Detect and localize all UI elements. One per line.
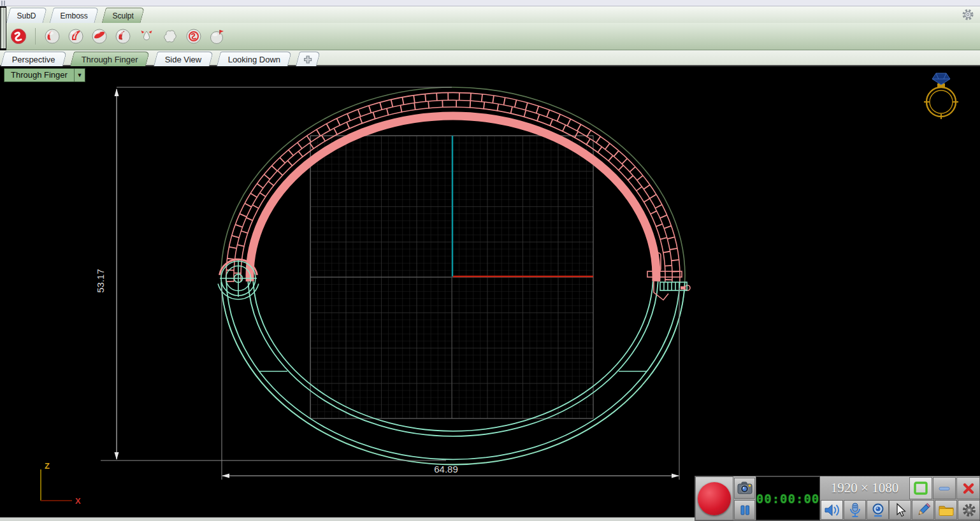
window-top-bar [0,0,980,6]
ring-orientation-icon [924,73,958,119]
screen-recorder-panel: 00:00:00 1920 × 1080 [695,476,980,521]
cursor-button[interactable] [889,500,911,520]
toolbar-separator [35,28,36,45]
pencil-icon [916,503,931,518]
view-title: Through Finger [4,69,74,82]
sculpt-inflate-icon[interactable] [115,28,131,45]
close-icon [962,482,975,495]
app-window: SubD Emboss Sculpt [0,0,980,521]
microphone-icon [848,503,862,518]
settings-button[interactable] [958,500,980,520]
close-button[interactable] [956,477,980,499]
minimize-icon [938,485,951,492]
plus-icon [303,52,312,67]
record-area-icon [913,482,928,496]
minimize-button[interactable] [933,477,956,499]
webcam-icon [870,503,886,518]
sculpt-main-icon[interactable] [10,28,27,45]
viewport-tab-looking-down[interactable]: Looking Down [217,52,292,66]
ribbon-grip[interactable] [1,8,6,48]
chevron-down-icon[interactable]: ▼ [74,69,85,82]
pause-icon [739,504,751,516]
sculpt-smooth-icon[interactable] [91,28,108,45]
resolution-label: 1920 × 1080 [821,476,909,499]
sculpt-flag-icon[interactable] [209,28,226,45]
sculpt-toolbar [6,23,980,50]
record-icon [698,482,731,515]
ribbon: SubD Emboss Sculpt [0,6,980,50]
cursor-icon [893,503,907,518]
pencil-button[interactable] [912,500,934,520]
folder-button[interactable] [935,500,957,520]
folder-icon [938,503,955,517]
sculpt-blob-icon[interactable] [162,28,178,45]
dim-vertical-value: 53.17 [95,269,106,293]
microphone-button[interactable] [844,500,866,520]
sculpt-crease-icon[interactable] [68,28,84,45]
record-area-button[interactable] [909,477,932,499]
ribbon-tab-emboss[interactable]: Emboss [50,8,99,23]
sculpt-pinch-icon[interactable] [138,28,155,45]
gear-icon[interactable] [961,8,975,22]
gear-icon [962,503,977,518]
speaker-button[interactable] [821,500,843,520]
recording-timer: 00:00:00 [756,476,820,520]
pause-button[interactable] [734,500,755,520]
viewport-through-finger[interactable]: 53.17 64.89 Z X [0,66,980,517]
sculpt-pull-icon[interactable] [44,28,61,45]
screenshot-camera-icon [737,482,753,495]
speaker-icon [824,503,840,518]
axis-x-label: X [75,496,81,506]
viewport-tab-perspective[interactable]: Perspective [1,52,67,66]
record-button[interactable] [695,476,733,520]
sculpt-spiral-icon[interactable] [185,28,202,45]
webcam-button[interactable] [867,500,889,520]
dim-horizontal-value: 64.89 [434,464,458,475]
ribbon-tab-sculpt[interactable]: Sculpt [102,8,145,23]
toolbar-grip[interactable] [1,1,6,6]
view-title-dropdown[interactable]: Through Finger ▼ [4,68,85,82]
ribbon-tab-subd[interactable]: SubD [6,8,47,23]
viewport-tab-bar: Perspective Through Finger Side View Loo… [0,50,980,66]
ribbon-tab-bar: SubD Emboss Sculpt [6,6,980,23]
axis-indicator: Z X [41,461,81,506]
ring-drawing: 53.17 64.89 Z X [0,66,980,517]
viewport-tab-side-view[interactable]: Side View [154,52,213,66]
add-viewport-tab[interactable] [295,52,320,66]
screenshot-button[interactable] [734,478,755,499]
viewport-tab-through-finger[interactable]: Through Finger [70,52,150,66]
axis-z-label: Z [45,461,50,471]
